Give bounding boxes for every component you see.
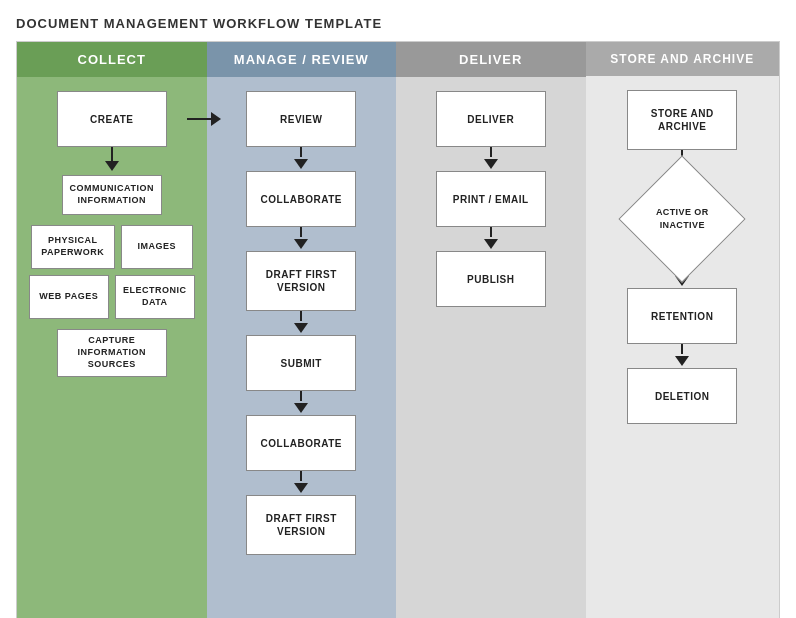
capture-box: CAPTURE INFORMATION SOURCES xyxy=(57,329,167,377)
deliver-box: DELIVER xyxy=(436,91,546,147)
store-archive-box: STORE AND ARCHIVE xyxy=(627,90,737,150)
draft1-box: DRAFT FIRST VERSION xyxy=(246,251,356,311)
column-manage: MANAGE / REVIEW REVIEW COLLABORATE DRAFT… xyxy=(207,42,397,618)
deletion-box: DELETION xyxy=(627,368,737,424)
column-collect: COLLECT CREATE COMMUNICATION INFORMATION xyxy=(17,42,207,618)
retention-box: RETENTION xyxy=(627,288,737,344)
manage-header: MANAGE / REVIEW xyxy=(207,42,397,77)
workflow-container: COLLECT CREATE COMMUNICATION INFORMATION xyxy=(16,41,780,618)
store-header: STORE AND ARCHIVE xyxy=(586,42,779,76)
communication-box: COMMUNICATION INFORMATION xyxy=(62,175,162,215)
collect-header: COLLECT xyxy=(17,42,207,77)
physical-box: PHYSICAL PAPERWORK xyxy=(31,225,115,269)
publish-box: PUBLISH xyxy=(436,251,546,307)
collaborate1-box: COLLABORATE xyxy=(246,171,356,227)
collaborate2-box: COLLABORATE xyxy=(246,415,356,471)
deliver-header: DELIVER xyxy=(396,42,586,77)
submit-box: SUBMIT xyxy=(246,335,356,391)
column-deliver: DELIVER DELIVER PRINT / EMAIL PUBLISH xyxy=(396,42,586,618)
print-email-box: PRINT / EMAIL xyxy=(436,171,546,227)
active-inactive-diamond: ACTIVE OR INACTIVE xyxy=(637,174,727,264)
create-box: CREATE xyxy=(57,91,167,147)
column-store: STORE AND ARCHIVE STORE AND ARCHIVE ACTI… xyxy=(586,42,779,618)
draft2-box: DRAFT FIRST VERSION xyxy=(246,495,356,555)
review-box: REVIEW xyxy=(246,91,356,147)
images-box: IMAGES xyxy=(121,225,193,269)
page-title: DOCUMENT MANAGEMENT WORKFLOW TEMPLATE xyxy=(16,16,780,31)
electronic-box: ELECTRONIC DATA xyxy=(115,275,195,319)
web-box: WEB PAGES xyxy=(29,275,109,319)
